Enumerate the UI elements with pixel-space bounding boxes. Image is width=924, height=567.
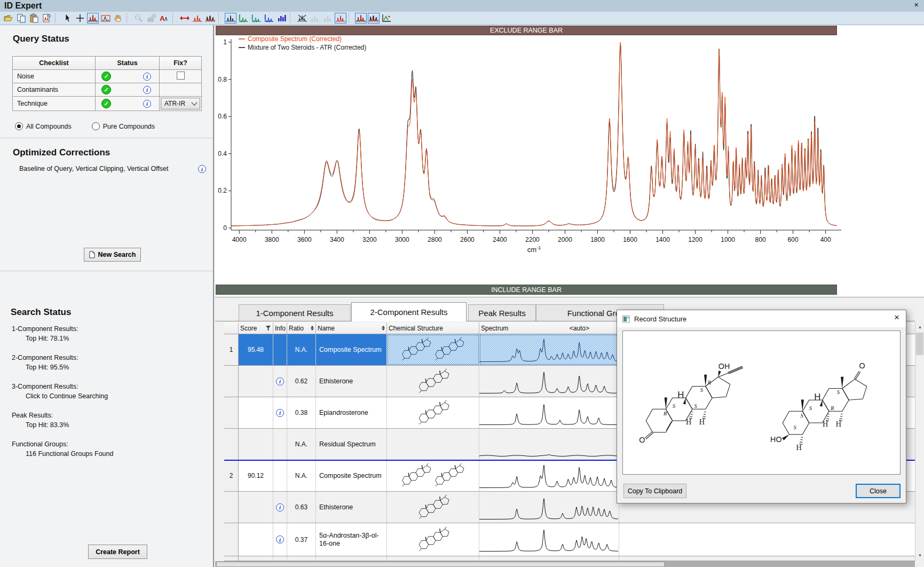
- vertical-scrollbar[interactable]: ▲ ▼: [915, 322, 924, 561]
- score-cell: 95.48: [239, 334, 273, 365]
- technique-dropdown[interactable]: ATR-IR: [161, 98, 200, 109]
- column-header-rank[interactable]: [224, 322, 239, 334]
- info-cell: [273, 460, 287, 491]
- structure-cell[interactable]: [387, 334, 479, 365]
- structure-cell[interactable]: [387, 366, 479, 397]
- table-row[interactable]: i0.375α-Androstan-3β-ol-16-one: [224, 523, 915, 556]
- include-range-bar[interactable]: INCLUDE RANGE BAR: [216, 285, 837, 295]
- report-view-icon[interactable]: [381, 13, 392, 23]
- radio-pure-compounds[interactable]: Pure Compounds: [92, 122, 155, 130]
- structure-cell[interactable]: [387, 556, 479, 561]
- spectrum-cell[interactable]: [479, 429, 619, 460]
- spectrum-cell[interactable]: [479, 556, 619, 561]
- autoscale-icon[interactable]: [204, 13, 216, 23]
- horizontal-scrollbar[interactable]: [215, 561, 915, 567]
- sort-icon[interactable]: [382, 326, 385, 330]
- info-icon[interactable]: i: [143, 73, 151, 81]
- auto-scale-selector[interactable]: <auto>: [570, 325, 589, 332]
- column-header-score[interactable]: Score: [239, 322, 273, 334]
- full-scale-icon[interactable]: [179, 13, 191, 23]
- structure-cell[interactable]: [387, 523, 479, 556]
- exclude-range-bar[interactable]: EXCLUDE RANGE BAR: [216, 26, 837, 35]
- report-preview-icon[interactable]: [41, 13, 53, 23]
- pan-hand-icon[interactable]: [113, 13, 124, 23]
- info-icon[interactable]: i: [198, 165, 206, 173]
- column-header[interactable]: Checklist: [13, 57, 96, 70]
- scrollbar-thumb[interactable]: [216, 562, 665, 567]
- column-header-spectrum[interactable]: Spectrum<auto>: [479, 322, 619, 334]
- table-row[interactable]: [224, 556, 915, 561]
- column-header-label: Info: [275, 325, 286, 332]
- zoom-out-icon[interactable]: [133, 13, 145, 23]
- scroll-down-icon[interactable]: ▼: [915, 551, 924, 560]
- structure-cell[interactable]: [387, 429, 479, 460]
- svg-text:1200: 1200: [688, 236, 702, 243]
- ratio-cell: 0.38: [287, 397, 316, 428]
- copy-icon[interactable]: [15, 13, 27, 23]
- dual-spectra2-icon[interactable]: [368, 13, 380, 23]
- region-tool-icon[interactable]: [87, 13, 99, 23]
- search-result-value[interactable]: Click to Continue Searching: [26, 392, 108, 400]
- open-file-icon[interactable]: [3, 13, 14, 23]
- pointer-icon[interactable]: [61, 13, 73, 23]
- annotate-icon[interactable]: A: [159, 13, 170, 23]
- stack-off-icon[interactable]: [322, 13, 334, 23]
- spectrum-cell[interactable]: [479, 523, 619, 556]
- scrollbar-thumb[interactable]: [916, 333, 923, 355]
- column-header-info[interactable]: Info: [273, 322, 287, 334]
- tab-1-component-results[interactable]: 1-Component Results: [239, 304, 351, 321]
- copy-to-clipboard-button[interactable]: Copy To Clipboard: [623, 484, 686, 498]
- ir-spectrum-chart[interactable]: 00.20.40.60.8140003800360034003200300028…: [215, 25, 924, 297]
- info-icon[interactable]: i: [276, 377, 284, 385]
- structure-cell[interactable]: [387, 460, 479, 491]
- filter-icon[interactable]: [266, 326, 271, 331]
- sort-icon[interactable]: [311, 326, 314, 330]
- dialog-close-icon[interactable]: ×: [894, 312, 899, 323]
- structure-cell[interactable]: [387, 492, 479, 523]
- info-icon[interactable]: i: [276, 503, 284, 511]
- column-header-name[interactable]: Name: [316, 322, 387, 334]
- spectrum-cell[interactable]: [479, 397, 619, 428]
- tab-2-component-results[interactable]: 2-Component Results: [351, 302, 467, 321]
- column-header[interactable]: Status: [96, 57, 160, 70]
- box-select-icon[interactable]: [100, 13, 112, 23]
- exclude-tool-icon[interactable]: [296, 13, 308, 23]
- spectrum-cell[interactable]: [479, 366, 619, 397]
- fix-checkbox[interactable]: [177, 72, 185, 80]
- structure-cell[interactable]: [387, 397, 479, 428]
- window-close-icon[interactable]: ×: [914, 0, 919, 9]
- peak-pick-icon[interactable]: [192, 13, 203, 23]
- column-header-ratio[interactable]: Ratio: [287, 322, 316, 334]
- spectrum-cell[interactable]: [479, 460, 619, 491]
- scroll-up-icon[interactable]: ▲: [915, 322, 924, 332]
- new-search-button[interactable]: New Search: [84, 248, 141, 262]
- stack-view-icon[interactable]: [238, 13, 249, 23]
- column-header[interactable]: Fix?: [160, 57, 202, 70]
- info-icon[interactable]: i: [276, 536, 284, 544]
- spectrum-cell[interactable]: [479, 492, 619, 523]
- radio-all-compounds[interactable]: All Compounds: [15, 122, 72, 130]
- compare-view-icon[interactable]: [335, 13, 346, 23]
- info-icon[interactable]: i: [276, 409, 284, 417]
- multi-view-icon[interactable]: [263, 13, 275, 23]
- svg-text:600: 600: [788, 236, 799, 243]
- dialog-title-bar[interactable]: Record Structure ×: [617, 310, 906, 327]
- spectrum-cell[interactable]: [479, 334, 619, 365]
- paste-icon[interactable]: [28, 13, 40, 23]
- crosshair-icon[interactable]: [74, 13, 86, 23]
- create-report-button[interactable]: Create Report: [88, 545, 147, 559]
- rank-cell: 1: [224, 334, 239, 365]
- zoom-reset-icon[interactable]: [146, 13, 157, 23]
- info-icon[interactable]: i: [143, 100, 151, 108]
- split-view-icon[interactable]: [250, 13, 262, 23]
- toolbar-separator: [127, 13, 131, 23]
- dual-spectra-icon[interactable]: [355, 13, 367, 23]
- svg-text:3800: 3800: [265, 236, 279, 243]
- overlay-off-icon[interactable]: [309, 13, 321, 23]
- column-header-structure[interactable]: Chemical Structure: [387, 322, 479, 334]
- single-view-icon[interactable]: [225, 13, 236, 23]
- histogram-view-icon[interactable]: [276, 13, 288, 23]
- info-icon[interactable]: i: [143, 86, 151, 94]
- tab-peak-results[interactable]: Peak Results: [468, 304, 536, 321]
- close-button[interactable]: Close: [856, 484, 901, 498]
